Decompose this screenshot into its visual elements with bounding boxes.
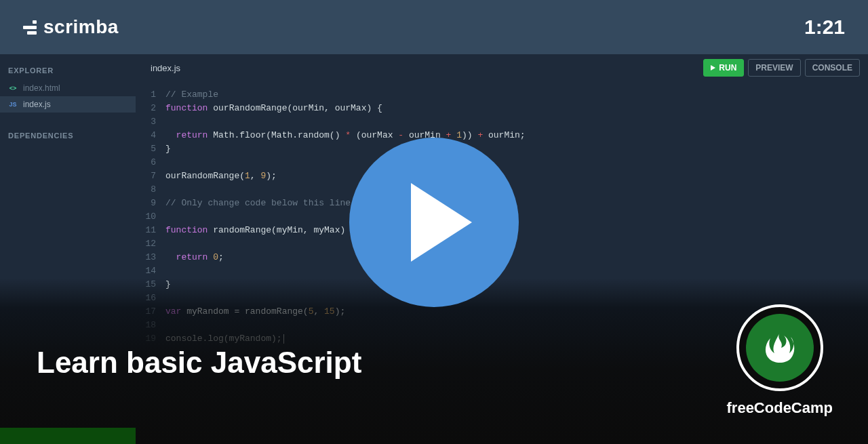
file-name: index.js: [23, 100, 51, 109]
file-name: index.html: [23, 83, 60, 93]
sidebar: EXPLORER <>index.htmlJSindex.js DEPENDEN…: [0, 54, 136, 444]
tab-filename[interactable]: index.js: [144, 59, 187, 77]
video-title: Learn basic JavaScript: [37, 346, 361, 380]
topbar: scrimba 1:21: [0, 0, 868, 54]
channel-badge[interactable]: freeCodeCamp: [727, 304, 833, 417]
file-ext-icon: JS: [8, 101, 18, 108]
preview-label: PREVIEW: [755, 63, 793, 73]
logo[interactable]: scrimba: [23, 16, 119, 38]
file-item-index-js[interactable]: JSindex.js: [0, 96, 136, 113]
logo-mark-icon: [23, 20, 37, 35]
flame-icon: [761, 329, 799, 367]
explorer-heading: EXPLORER: [0, 61, 136, 80]
editor-topbar: index.js RUN PREVIEW CONSOLE: [136, 54, 868, 81]
run-label: RUN: [719, 63, 736, 73]
run-button[interactable]: RUN: [703, 59, 744, 77]
timestamp: 1:21: [804, 16, 845, 39]
play-button[interactable]: [349, 138, 519, 307]
progress-bar[interactable]: [0, 428, 136, 444]
brand-text: scrimba: [43, 16, 119, 38]
console-button[interactable]: CONSOLE: [805, 59, 860, 77]
play-icon: [411, 183, 472, 262]
console-label: CONSOLE: [812, 63, 852, 73]
preview-button[interactable]: PREVIEW: [748, 59, 800, 77]
channel-name: freeCodeCamp: [727, 399, 833, 417]
file-item-index-html[interactable]: <>index.html: [0, 80, 136, 96]
channel-avatar: [736, 304, 823, 391]
line-gutter: 12345678910111213141516171819: [136, 88, 165, 346]
dependencies-heading: DEPENDENCIES: [0, 126, 136, 145]
file-ext-icon: <>: [8, 85, 18, 92]
editor-actions: RUN PREVIEW CONSOLE: [703, 59, 860, 77]
file-list: <>index.htmlJSindex.js: [0, 80, 136, 113]
play-icon: [711, 65, 715, 70]
